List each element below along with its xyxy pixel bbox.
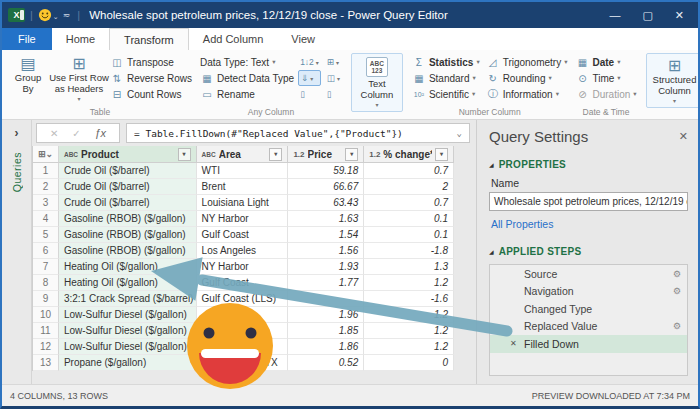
cell-area[interactable]: NY Harbor (197, 259, 289, 275)
cell-product[interactable]: Gasoline (RBOB) ($/gallon) (59, 227, 197, 243)
minimize-button[interactable]: — (609, 9, 620, 22)
applied-steps-section-header[interactable]: ◢ APPLIED STEPS (489, 246, 688, 257)
cell-area[interactable] (197, 323, 289, 339)
cell-price[interactable]: 1.96 (288, 307, 364, 323)
step-settings-gear-icon[interactable]: ⚙ (673, 321, 681, 331)
text-column-button[interactable]: ABC 123 Text Column ▾ (351, 53, 403, 112)
scientific-button[interactable]: 10² Scientific ▾ (412, 86, 480, 102)
cell-change[interactable]: 0.7 (364, 163, 454, 179)
maximize-button[interactable]: ▢ (642, 9, 652, 22)
cell-area[interactable]: Mont Belvieu, TX (197, 355, 289, 371)
row-number-cell[interactable]: 10 (33, 307, 59, 323)
applied-step-filled-down[interactable]: ✕Filled Down (490, 335, 687, 353)
rounding-button[interactable]: ↻ Rounding ▾ (486, 70, 568, 86)
row-number-cell[interactable]: 6 (33, 243, 59, 259)
step-settings-gear-icon[interactable]: ⚙ (673, 286, 681, 296)
row-number-cell[interactable]: 1 (33, 163, 59, 179)
cell-change[interactable]: 1.2 (364, 307, 454, 323)
cell-product[interactable]: Crude Oil ($/barrel) (59, 163, 197, 179)
fx-icon[interactable]: ƒx (94, 127, 106, 139)
standard-button[interactable]: ▦ Standard ▾ (412, 70, 480, 86)
smiley-qat-icon[interactable] (38, 8, 52, 22)
cell-product[interactable]: 3:2:1 Crack Spread ($/barrel) (59, 291, 197, 307)
cell-price[interactable] (288, 291, 364, 307)
cell-change[interactable]: -1.8 (364, 243, 454, 259)
cell-change[interactable]: 0.7 (364, 195, 454, 211)
cell-area[interactable]: WTI (197, 163, 289, 179)
cell-price[interactable]: 1.54 (288, 227, 364, 243)
time-button[interactable]: ⊙ Time ▾ (575, 70, 636, 86)
cell-price[interactable]: 0.52 (288, 355, 364, 371)
cell-area[interactable]: NY Harbor (197, 211, 289, 227)
row-number-cell[interactable]: 7 (33, 259, 59, 275)
cell-area[interactable] (197, 339, 289, 355)
cell-price[interactable]: 1.63 (288, 211, 364, 227)
cell-area[interactable]: Gulf Coast (197, 275, 289, 291)
cell-change[interactable]: 1.2 (364, 275, 454, 291)
move-button[interactable]: ▯ (298, 86, 321, 102)
trigonometry-button[interactable]: ◿ Trigonometry ▾ (486, 54, 568, 70)
properties-section-header[interactable]: ◢ PROPERTIES (489, 159, 688, 170)
structured-column-button[interactable]: ⊞ Structured Column ▾ (646, 53, 700, 108)
reverse-rows-button[interactable]: ⇅ Reverse Rows (110, 70, 192, 86)
detect-data-type-button[interactable]: ▦ Detect Data Type (200, 70, 294, 86)
cell-product[interactable]: Gasoline (RBOB) ($/gallon) (59, 211, 197, 227)
tab-file[interactable]: File (2, 28, 52, 50)
customize-toolbar-icon[interactable]: ≂ (63, 10, 71, 20)
cell-change[interactable]: 0.1 (364, 227, 454, 243)
row-number-cell[interactable]: 13 (33, 355, 59, 371)
filter-dropdown-icon[interactable]: ▾ (435, 148, 448, 161)
cell-price[interactable]: 59.18 (288, 163, 364, 179)
column-header-price[interactable]: 1.2 Price ▾ (288, 146, 364, 163)
cell-product[interactable]: Gasoline (RBOB) ($/gallon) (59, 243, 197, 259)
cell-product[interactable]: Low-Sulfur Diesel ($/gallon) (59, 307, 197, 323)
step-settings-gear-icon[interactable]: ⚙ (673, 269, 681, 279)
cell-change[interactable]: 1.3 (364, 259, 454, 275)
row-number-cell[interactable]: 11 (33, 323, 59, 339)
smiley-dropdown-caret-icon[interactable]: ⌄ (53, 13, 59, 21)
cell-area[interactable]: Louisiana Light (197, 195, 289, 211)
delete-step-icon[interactable]: ✕ (510, 339, 517, 348)
cell-area[interactable] (197, 307, 289, 323)
applied-step-navigation[interactable]: Navigation⚙ (490, 283, 687, 301)
cell-price[interactable]: 1.56 (288, 243, 364, 259)
row-number-cell[interactable]: 5 (33, 227, 59, 243)
cell-change[interactable]: 1.2 (364, 339, 454, 355)
cell-change[interactable]: 0.1 (364, 211, 454, 227)
convert-to-list-button[interactable]: ▯ (325, 86, 342, 102)
row-number-cell[interactable]: 2 (33, 179, 59, 195)
cell-product[interactable]: Low-Sulfur Diesel ($/gallon) (59, 323, 197, 339)
duration-button[interactable]: ⊘ Duration ▾ (575, 86, 636, 102)
information-button[interactable]: ⓘ Information ▾ (486, 86, 568, 102)
applied-step-source[interactable]: Source⚙ (490, 265, 687, 283)
filter-dropdown-icon[interactable]: ▾ (178, 148, 191, 161)
statistics-button[interactable]: Σ Statistics ▾ (412, 54, 480, 70)
queries-pane-label[interactable]: Queries (11, 152, 23, 192)
pivot-column-button[interactable]: ⊞ ▾ (325, 54, 342, 70)
rename-button[interactable]: ▭ Rename (200, 86, 294, 102)
applied-step-replaced-value[interactable]: Replaced Value⚙ (490, 318, 687, 336)
cell-change[interactable]: 0 (364, 355, 454, 371)
excel-app-icon[interactable]: X (8, 8, 25, 22)
cell-area[interactable]: Los Angeles (197, 243, 289, 259)
cell-product[interactable]: Low-Sulfur Diesel ($/gallon) (59, 339, 197, 355)
all-properties-link[interactable]: All Properties (491, 218, 688, 230)
cell-product[interactable]: Propane ($/gallon) (59, 355, 197, 371)
count-rows-button[interactable]: ⊟ Count Rows (110, 86, 192, 102)
date-button[interactable]: ▦ Date ▾ (575, 54, 636, 70)
cell-product[interactable]: Heating Oil ($/gallon) (59, 275, 197, 291)
fill-down-button[interactable]: ⇓ ▾ (298, 70, 321, 86)
transpose-button[interactable]: ◫ Transpose (110, 54, 192, 70)
formula-input[interactable]: = Table.FillDown(#"Replaced Value",{"Pro… (126, 123, 470, 143)
filter-dropdown-icon[interactable]: ▾ (345, 148, 358, 161)
tab-transform[interactable]: Transform (109, 28, 189, 50)
panel-close-icon[interactable]: ✕ (679, 130, 688, 143)
select-all-corner[interactable]: ⊞⌄ (33, 146, 59, 163)
cell-product[interactable]: Heating Oil ($/gallon) (59, 259, 197, 275)
row-number-cell[interactable]: 4 (33, 211, 59, 227)
column-header-product[interactable]: ABC Product ▾ (59, 146, 197, 163)
query-name-input[interactable]: Wholesale spot petroleum prices, 12/12/1… (489, 192, 688, 211)
replace-values-button[interactable]: 1↓2 ▾ (298, 54, 321, 70)
cell-price[interactable]: 1.86 (288, 339, 364, 355)
row-number-cell[interactable]: 8 (33, 275, 59, 291)
